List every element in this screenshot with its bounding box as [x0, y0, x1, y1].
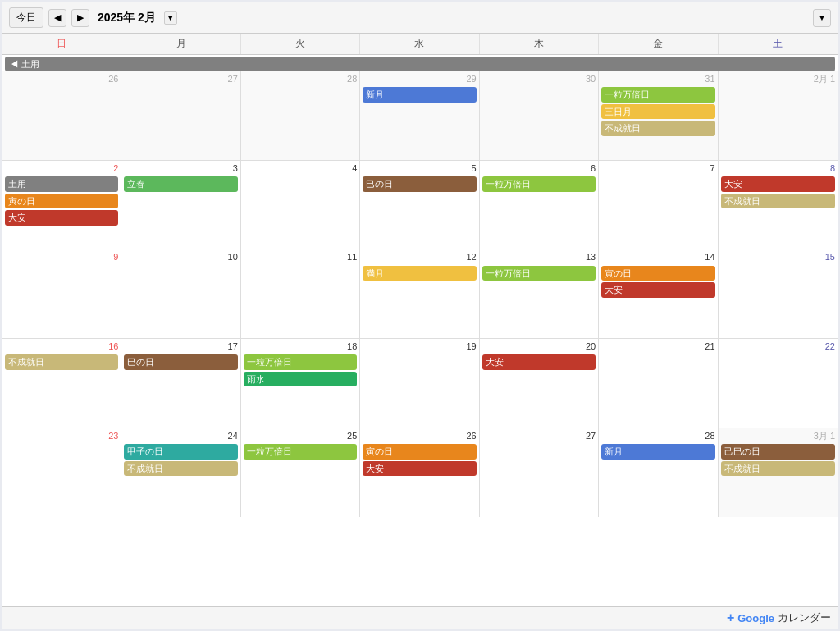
- day-cell-1-4[interactable]: 6一粒万倍日: [480, 161, 599, 249]
- calendar-event[interactable]: 大安: [5, 210, 118, 226]
- day-number: 24: [124, 430, 237, 442]
- day-number: 30: [482, 73, 596, 85]
- day-cell-3-0[interactable]: 16不成就日: [2, 339, 121, 428]
- calendar-event[interactable]: 土用: [5, 176, 118, 192]
- day-cell-4-5[interactable]: 28新月: [599, 428, 718, 518]
- day-cell-1-1[interactable]: 3立春: [121, 161, 240, 249]
- calendar-event[interactable]: 大安: [363, 461, 476, 477]
- day-cell-3-5[interactable]: 21: [599, 339, 718, 428]
- dow-wed: 水: [360, 34, 479, 54]
- dow-tue: 火: [241, 34, 360, 54]
- day-cell-2-3[interactable]: 12満月: [360, 249, 479, 338]
- day-number: 10: [124, 251, 237, 263]
- span-event-doyou[interactable]: ◀ 土用: [5, 57, 835, 71]
- day-cell-2-5[interactable]: 14寅の日大安: [599, 249, 718, 338]
- calendar-event[interactable]: 一粒万倍日: [244, 444, 357, 460]
- day-cell-3-6[interactable]: 22: [719, 339, 838, 428]
- calendar-event[interactable]: 寅の日: [601, 266, 714, 281]
- day-cell-0-4[interactable]: 30: [480, 71, 599, 160]
- day-cell-1-6[interactable]: 8大安不成就日: [719, 161, 838, 249]
- day-number: 16: [5, 341, 118, 353]
- day-cell-0-5[interactable]: 31一粒万倍日三日月不成就日: [599, 71, 718, 160]
- day-number: 18: [244, 341, 357, 353]
- calendar-event[interactable]: 三日月: [601, 104, 714, 120]
- calendar-event[interactable]: 不成就日: [601, 121, 714, 136]
- calendar-event[interactable]: 一粒万倍日: [244, 354, 357, 370]
- day-number: 4: [244, 162, 357, 175]
- calendar-event[interactable]: 立春: [124, 176, 237, 192]
- day-cell-0-1[interactable]: 27: [121, 71, 240, 160]
- day-cell-4-1[interactable]: 24甲子の日不成就日: [121, 428, 240, 518]
- footer: + Google カレンダー: [2, 606, 838, 629]
- day-number: 29: [363, 73, 476, 85]
- calendar-event[interactable]: 巳の日: [124, 354, 237, 370]
- day-number: 8: [721, 162, 835, 175]
- day-number: 11: [244, 251, 357, 263]
- view-dropdown-button[interactable]: ▼: [813, 9, 831, 27]
- calendar-event[interactable]: 不成就日: [124, 461, 237, 477]
- day-number: 23: [5, 430, 118, 442]
- day-number: 3月 1: [721, 430, 835, 442]
- day-cell-2-2[interactable]: 11: [241, 249, 360, 338]
- day-cell-4-2[interactable]: 25一粒万倍日: [241, 428, 360, 518]
- next-button[interactable]: ▶: [71, 9, 89, 27]
- day-cell-2-1[interactable]: 10: [121, 249, 240, 338]
- calendar-event[interactable]: 新月: [601, 444, 714, 460]
- calendar-event[interactable]: 甲子の日: [124, 444, 237, 460]
- calendar-event[interactable]: 寅の日: [5, 194, 118, 209]
- prev-button[interactable]: ◀: [48, 9, 66, 27]
- calendar-label: カレンダー: [778, 610, 831, 625]
- day-cell-0-3[interactable]: 29新月: [360, 71, 479, 160]
- day-number: 26: [363, 430, 476, 442]
- day-cell-0-0[interactable]: 26: [2, 71, 121, 160]
- calendar-event[interactable]: 不成就日: [721, 194, 835, 209]
- calendar-event[interactable]: 不成就日: [721, 461, 835, 477]
- day-cell-4-6[interactable]: 3月 1己巳の日不成就日: [719, 428, 838, 518]
- day-cell-2-0[interactable]: 9: [2, 249, 121, 338]
- calendar-event[interactable]: 満月: [363, 266, 476, 281]
- calendar-event[interactable]: 一粒万倍日: [601, 87, 714, 103]
- calendar-event[interactable]: 一粒万倍日: [482, 176, 596, 192]
- day-cell-4-0[interactable]: 23: [2, 428, 121, 518]
- day-number: 6: [482, 162, 596, 175]
- day-number: 20: [482, 341, 596, 353]
- calendar-event[interactable]: 新月: [363, 87, 476, 103]
- day-cell-4-3[interactable]: 26寅の日大安: [360, 428, 479, 518]
- calendar-event[interactable]: 寅の日: [363, 444, 476, 460]
- calendar-event[interactable]: 大安: [601, 282, 714, 298]
- dow-fri: 金: [599, 34, 718, 54]
- month-dropdown-button[interactable]: ▼: [164, 11, 177, 25]
- week-row-4: 2324甲子の日不成就日25一粒万倍日26寅の日大安2728新月3月 1己巳の日…: [2, 428, 838, 518]
- week-row-2: 9101112満月13一粒万倍日14寅の日大安15: [2, 249, 838, 339]
- dow-sun: 日: [2, 34, 121, 54]
- today-button[interactable]: 今日: [9, 7, 43, 28]
- day-cell-2-4[interactable]: 13一粒万倍日: [480, 249, 599, 338]
- calendar-event[interactable]: 不成就日: [5, 354, 118, 370]
- day-number: 25: [244, 430, 357, 442]
- day-cell-3-2[interactable]: 18一粒万倍日雨水: [241, 339, 360, 428]
- day-cell-3-1[interactable]: 17巳の日: [121, 339, 240, 428]
- day-cell-0-6[interactable]: 2月 1: [719, 71, 838, 160]
- calendar-event[interactable]: 一粒万倍日: [482, 266, 596, 281]
- day-number: 28: [601, 430, 714, 442]
- day-cell-3-4[interactable]: 20大安: [480, 339, 599, 428]
- day-cell-1-2[interactable]: 4: [241, 161, 360, 249]
- day-number: 14: [601, 251, 714, 263]
- day-cell-1-0[interactable]: 2土用寅の日大安: [2, 161, 121, 249]
- day-cell-2-6[interactable]: 15: [719, 249, 838, 338]
- dow-sat: 土: [719, 34, 838, 54]
- day-cell-4-4[interactable]: 27: [480, 428, 599, 518]
- calendar-event[interactable]: 大安: [721, 176, 835, 192]
- day-cell-3-3[interactable]: 19: [360, 339, 479, 428]
- day-number: 2月 1: [721, 73, 835, 85]
- day-cell-1-3[interactable]: 5巳の日: [360, 161, 479, 249]
- calendar-event[interactable]: 大安: [482, 354, 596, 370]
- calendar-event[interactable]: 雨水: [244, 372, 357, 387]
- day-number: 26: [5, 73, 118, 85]
- day-number: 22: [721, 341, 835, 353]
- week-row-3: 16不成就日17巳の日18一粒万倍日雨水1920大安2122: [2, 339, 838, 428]
- calendar-event[interactable]: 己巳の日: [721, 444, 835, 460]
- day-cell-1-5[interactable]: 7: [599, 161, 718, 249]
- day-cell-0-2[interactable]: 28: [241, 71, 360, 160]
- calendar-event[interactable]: 巳の日: [363, 176, 476, 192]
